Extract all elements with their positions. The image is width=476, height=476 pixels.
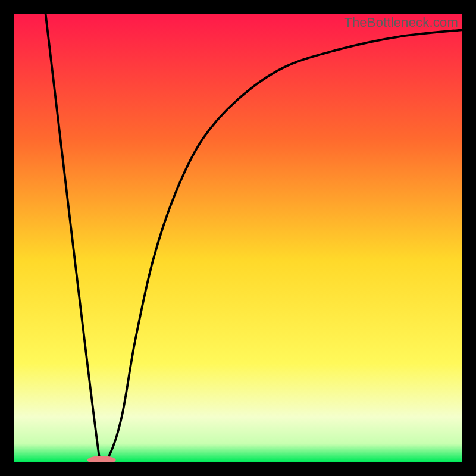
chart-svg	[14, 14, 462, 462]
gradient-bg	[14, 14, 462, 462]
chart-frame: TheBottleneck.com	[0, 0, 476, 476]
